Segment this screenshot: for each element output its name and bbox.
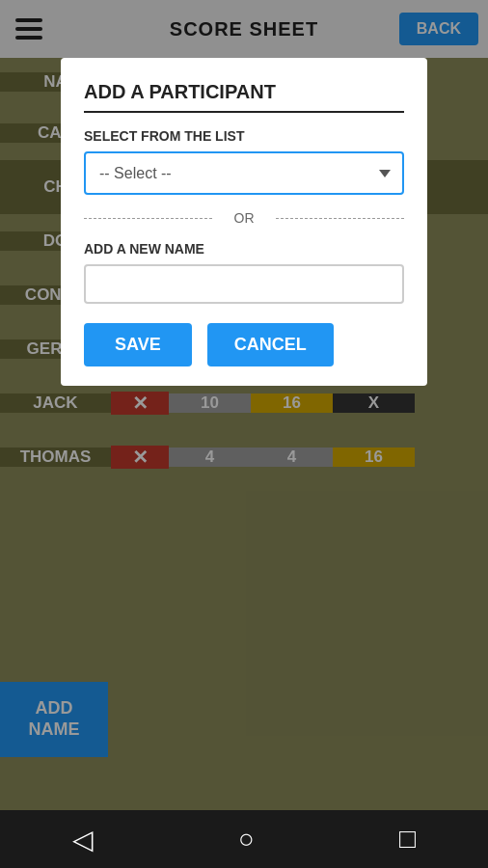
nav-recent-icon[interactable]: □ xyxy=(399,824,416,854)
new-name-label: ADD A NEW NAME xyxy=(84,241,404,257)
add-participant-modal: ADD A PARTICIPANT SELECT FROM THE LIST -… xyxy=(61,58,427,386)
nav-home-icon[interactable]: ○ xyxy=(238,824,255,854)
participant-select[interactable]: -- Select -- xyxy=(84,151,404,195)
modal-actions: SAVE CANCEL xyxy=(84,323,404,366)
new-name-input[interactable] xyxy=(84,264,404,304)
modal-overlay: ADD A PARTICIPANT SELECT FROM THE LIST -… xyxy=(0,0,488,868)
nav-back-icon[interactable]: ◁ xyxy=(72,824,94,855)
or-divider: OR xyxy=(84,210,404,226)
cancel-button[interactable]: CANCEL xyxy=(207,323,334,366)
modal-title: ADD A PARTICIPANT xyxy=(84,81,404,113)
select-list-label: SELECT FROM THE LIST xyxy=(84,128,404,144)
save-button[interactable]: SAVE xyxy=(84,323,192,366)
bottom-nav-bar: ◁ ○ □ xyxy=(0,810,488,868)
